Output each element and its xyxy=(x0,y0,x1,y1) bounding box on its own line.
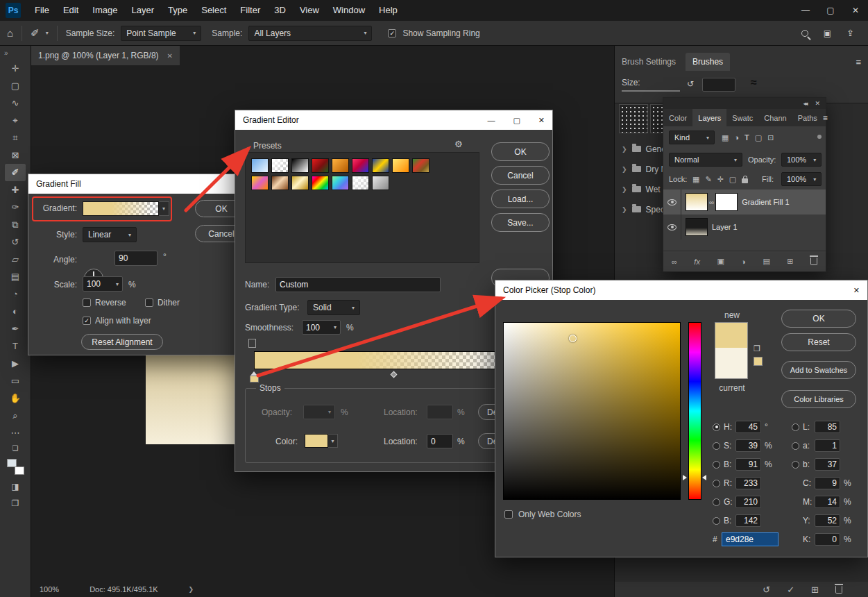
filter-type-icon[interactable]: T xyxy=(744,133,749,142)
layer-mask-thumbnail[interactable] xyxy=(715,193,738,211)
commit-icon[interactable]: ✓ xyxy=(787,585,794,595)
undo-icon[interactable]: ↺ xyxy=(763,585,770,595)
move-tool[interactable]: ✛ xyxy=(5,60,26,77)
crop-tool[interactable]: ⌗ xyxy=(5,129,26,146)
pen-tool[interactable]: ✒ xyxy=(5,320,26,337)
status-chevron-icon[interactable]: ❯ xyxy=(189,586,194,593)
menu-select[interactable]: Select xyxy=(194,0,233,21)
menu-view[interactable]: View xyxy=(293,0,326,21)
panel-tab-swatc[interactable]: Swatc xyxy=(726,109,758,126)
layer-row-layer-1[interactable]: Layer 1 xyxy=(663,215,826,239)
caret-down-icon[interactable] xyxy=(46,30,49,36)
brightness-input[interactable]: 91 xyxy=(735,458,761,471)
gradient-preset-blue-white[interactable] xyxy=(251,158,269,173)
size-input[interactable] xyxy=(702,78,735,92)
color-libraries-button[interactable]: Color Libraries xyxy=(781,390,856,408)
smoothness-input[interactable]: 100 xyxy=(302,320,341,335)
saturation-input[interactable]: 39 xyxy=(735,439,761,452)
reset-alignment-button[interactable]: Reset Alignment xyxy=(81,334,163,350)
foreground-color-swatch[interactable] xyxy=(7,459,17,467)
workspace-icon[interactable]: ▣ xyxy=(824,28,831,38)
red-radio[interactable] xyxy=(713,480,720,487)
panel-tab-brush-settings[interactable]: Brush Settings xyxy=(622,57,676,67)
panel-tab-brushes[interactable]: Brushes xyxy=(686,53,730,71)
gradient-tool[interactable]: ▤ xyxy=(5,268,26,285)
menu-edit[interactable]: Edit xyxy=(56,0,85,21)
load-button[interactable]: Load... xyxy=(491,190,550,208)
screen-mode-icon[interactable]: ❐ xyxy=(12,498,19,508)
toolbar-expand-icon[interactable]: » xyxy=(0,49,8,57)
gradient-preset-red-green[interactable] xyxy=(312,158,329,173)
history-brush-tool[interactable]: ↺ xyxy=(5,233,26,251)
link-layers-icon[interactable]: ∞ xyxy=(672,258,677,266)
color-field-marker[interactable] xyxy=(569,335,577,342)
clone-stamp-tool[interactable]: ⧉ xyxy=(5,216,26,233)
panel-tab-layers[interactable]: Layers xyxy=(692,109,726,126)
save-button[interactable]: Save... xyxy=(491,213,550,232)
color-picker-titlebar[interactable]: Color Picker (Stop Color) ✕ xyxy=(495,280,867,300)
hue-slider[interactable] xyxy=(688,322,701,500)
a-input[interactable]: 1 xyxy=(815,439,840,452)
layer-row-gradient-fill-1[interactable]: ∞ Gradient Fill 1 xyxy=(663,190,826,215)
gradient-preset-copper[interactable] xyxy=(271,176,289,190)
gradient-fill-thumbnail[interactable] xyxy=(686,193,708,211)
gradient-preset-pastel[interactable] xyxy=(332,176,349,190)
filter-shape-icon[interactable]: ▢ xyxy=(755,133,762,142)
gradient-bar[interactable] xyxy=(254,351,525,369)
maximize-icon[interactable]: ▢ xyxy=(513,116,520,125)
lock-all-icon[interactable] xyxy=(742,178,748,183)
new-layer-icon[interactable]: ⊞ xyxy=(787,257,793,266)
gradient-preset-transparent-stripes[interactable] xyxy=(352,176,369,190)
default-colors-icon[interactable]: ❏ xyxy=(12,444,19,452)
background-color-swatch[interactable] xyxy=(15,466,24,475)
edit-toolbar-icon[interactable]: ⋯ xyxy=(5,424,26,442)
a-radio[interactable] xyxy=(792,442,799,450)
hue-pointer-left[interactable] xyxy=(683,475,687,480)
gradient-fill-titlebar[interactable]: Gradient Fill xyxy=(28,174,249,194)
path-selection-tool[interactable]: ▶ xyxy=(5,355,26,372)
shape-tool[interactable]: ▭ xyxy=(5,372,26,389)
stop-color-swatch[interactable] xyxy=(305,434,328,448)
close-icon[interactable]: ✕ xyxy=(853,286,860,295)
add-to-swatches-button[interactable]: Add to Swatches xyxy=(781,361,856,379)
sample-size-dropdown[interactable]: Point Sample xyxy=(121,26,201,41)
trash-icon[interactable] xyxy=(835,586,842,594)
close-icon[interactable]: ✕ xyxy=(538,116,545,125)
spot-healing-tool[interactable]: ✚ xyxy=(5,181,26,199)
gradient-preset-neutral[interactable] xyxy=(372,176,389,190)
visibility-toggle[interactable] xyxy=(663,215,681,239)
reset-button[interactable]: Reset xyxy=(781,333,856,351)
align-with-layer-checkbox[interactable] xyxy=(83,317,91,325)
ok-button[interactable]: OK xyxy=(491,142,550,161)
zoom-tool[interactable]: ⌕ xyxy=(5,407,26,424)
gradient-preset-yellow-violet-orange[interactable] xyxy=(251,176,269,190)
layer-thumbnail[interactable] xyxy=(686,218,708,236)
b-input[interactable]: 37 xyxy=(815,458,840,471)
red-input[interactable]: 233 xyxy=(735,477,761,489)
brush-tool[interactable]: ✑ xyxy=(5,199,26,216)
green-input[interactable]: 210 xyxy=(735,496,761,508)
size-slider[interactable] xyxy=(622,90,680,92)
hue-pointer-right[interactable] xyxy=(702,475,706,480)
filter-adjustment-icon[interactable]: ◑ xyxy=(734,133,739,142)
layer-effects-icon[interactable]: fx xyxy=(694,258,700,266)
lasso-tool[interactable]: ∿ xyxy=(5,94,26,112)
gradient-preset-red-blue[interactable] xyxy=(352,158,369,173)
brush-stroke-preview-icon[interactable]: ≈ xyxy=(751,76,757,89)
ok-button[interactable]: OK xyxy=(781,310,856,328)
black-input[interactable]: 0 xyxy=(815,533,840,546)
dither-checkbox[interactable] xyxy=(145,298,153,307)
group-layers-icon[interactable]: ▤ xyxy=(763,257,769,266)
type-tool[interactable]: T xyxy=(5,337,26,355)
lock-artboard-icon[interactable]: ▢ xyxy=(729,175,736,184)
lock-pixels-icon[interactable]: ✎ xyxy=(705,175,711,184)
eyedropper-tool[interactable]: ✐ xyxy=(5,164,26,181)
close-icon[interactable]: ✕ xyxy=(843,0,868,21)
minimize-icon[interactable]: — xyxy=(487,116,495,125)
name-input[interactable]: Custom xyxy=(275,277,441,292)
panel-menu-icon[interactable]: ≡ xyxy=(823,109,833,126)
stop-color-caret[interactable] xyxy=(328,434,338,448)
add-mask-icon[interactable]: ▣ xyxy=(717,257,724,266)
midpoint-marker[interactable] xyxy=(391,371,398,378)
tab-close-icon[interactable]: ✕ xyxy=(167,52,173,60)
